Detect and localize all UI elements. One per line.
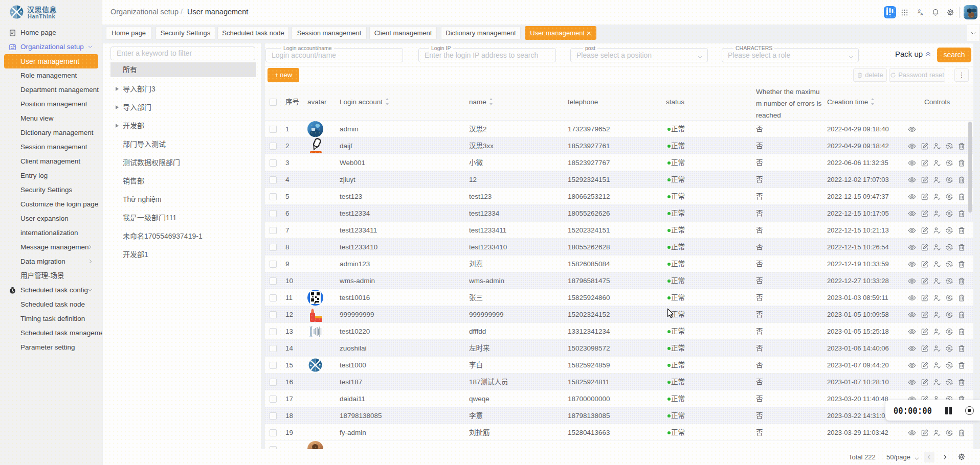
svg-text:A: A	[920, 12, 923, 16]
